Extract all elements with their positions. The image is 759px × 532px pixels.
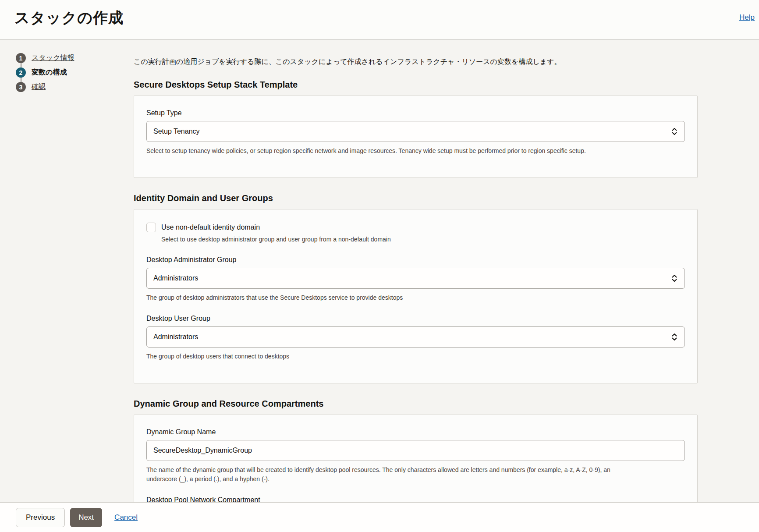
panel-identity-domain: Use non-default identity domain Select t…	[134, 209, 698, 383]
wizard-footer: Previous Next Cancel	[0, 502, 759, 532]
step-number-badge: 1	[16, 53, 26, 63]
checkbox-help-text: Select to use desktop administrator grou…	[161, 236, 685, 243]
next-button[interactable]: Next	[70, 508, 102, 527]
step-label-configure-variables: 変数の構成	[32, 68, 67, 77]
section-title-identity-domain: Identity Domain and User Groups	[134, 193, 698, 203]
checkbox-label[interactable]: Use non-default identity domain	[161, 223, 260, 231]
section-title-dynamic-group: Dynamic Group and Resource Compartments	[134, 399, 698, 409]
page-description: この実行計画の適用ジョブを実行する際に、このスタックによって作成されるインフラス…	[134, 57, 698, 67]
field-label: Desktop Administrator Group	[146, 256, 685, 264]
page-header: スタックの作成 Help	[0, 0, 759, 40]
field-help-text: The name of the dynamic group that will …	[146, 465, 639, 484]
main-content: この実行計画の適用ジョブを実行する際に、このスタックによって作成されるインフラス…	[134, 40, 698, 532]
previous-button[interactable]: Previous	[16, 508, 65, 527]
non-default-domain-checkbox[interactable]	[146, 223, 156, 232]
field-desktop-admin-group: Desktop Administrator Group Administrato…	[146, 256, 685, 302]
field-dynamic-group-name: Dynamic Group Name The name of the dynam…	[146, 428, 685, 484]
cancel-link[interactable]: Cancel	[114, 513, 138, 522]
field-label: Setup Type	[146, 109, 685, 117]
desktop-admin-group-select[interactable]: Administrators	[146, 268, 685, 289]
step-item-review: 3 確認	[16, 80, 125, 94]
section-title-setup-template: Secure Desktops Setup Stack Template	[134, 80, 698, 90]
chevron-up-down-icon	[670, 274, 678, 283]
step-number-badge: 3	[16, 82, 26, 92]
step-item-configure-variables: 2 変数の構成	[16, 65, 125, 80]
field-non-default-domain: Use non-default identity domain Select t…	[146, 223, 685, 243]
field-help-text: The group of desktop users that connect …	[146, 352, 685, 361]
wizard-steps: 1 スタック情報 2 変数の構成 3 確認	[16, 51, 125, 94]
field-label: Dynamic Group Name	[146, 428, 685, 436]
field-help-text: The group of desktop administrators that…	[146, 293, 685, 302]
field-desktop-user-group: Desktop User Group Administrators The gr…	[146, 315, 685, 361]
select-value: Administrators	[153, 274, 198, 282]
step-item-stack-info: 1 スタック情報	[16, 51, 125, 65]
select-value: Administrators	[153, 333, 198, 341]
panel-setup-template: Setup Type Setup Tenancy Select to setup…	[134, 96, 698, 178]
field-label: Desktop User Group	[146, 315, 685, 323]
step-link-stack-info[interactable]: スタック情報	[32, 53, 74, 63]
field-setup-type: Setup Type Setup Tenancy Select to setup…	[146, 109, 685, 156]
dynamic-group-name-input[interactable]	[146, 440, 685, 461]
select-value: Setup Tenancy	[153, 128, 200, 135]
step-link-review[interactable]: 確認	[32, 82, 46, 92]
setup-type-select[interactable]: Setup Tenancy	[146, 121, 685, 142]
chevron-up-down-icon	[670, 127, 678, 136]
chevron-up-down-icon	[670, 333, 678, 341]
help-link[interactable]: Help	[739, 13, 755, 22]
page-title: スタックの作成	[14, 8, 124, 28]
field-help-text: Select to setup tenancy wide policies, o…	[146, 146, 685, 156]
step-number-badge: 2	[16, 67, 26, 78]
desktop-user-group-select[interactable]: Administrators	[146, 326, 685, 348]
